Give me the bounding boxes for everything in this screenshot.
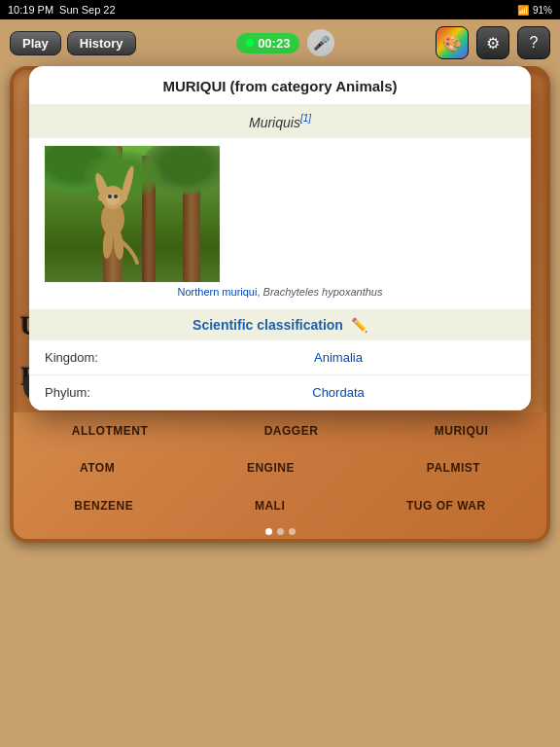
gear-icon: ⚙ — [486, 34, 500, 53]
timer-badge: 00:23 — [236, 33, 299, 53]
timer-value: 00:23 — [258, 36, 290, 51]
settings-button[interactable]: ⚙ — [476, 26, 509, 59]
classification-row-phylum: Phylum: Chordata — [29, 375, 531, 410]
page-dots — [14, 524, 546, 539]
kingdom-value[interactable]: Animalia — [161, 350, 515, 365]
colors-button[interactable]: 🎨 — [436, 26, 469, 59]
word-item[interactable]: MURIQUI — [427, 422, 497, 440]
classification-row-kingdom: Kingdom: Animalia — [29, 340, 531, 375]
history-button[interactable]: History — [67, 31, 136, 55]
svg-point-4 — [106, 194, 120, 205]
battery-display: 91% — [533, 5, 552, 16]
wiki-heading: Muriquis — [249, 115, 300, 130]
time-display: 10:19 PM — [8, 4, 53, 16]
caption-link[interactable]: Northern muriqui — [178, 286, 258, 298]
mic-icon[interactable]: 🎤 — [307, 29, 334, 56]
phylum-label: Phylum: — [45, 385, 161, 400]
question-icon: ? — [530, 34, 539, 52]
play-button[interactable]: Play — [10, 31, 61, 55]
word-row-2: ATOM ENGINE PALMIST — [14, 449, 546, 486]
word-row-1: ALLOTMENT DAGGER MURIQUI — [14, 412, 546, 449]
svg-point-6 — [114, 195, 118, 198]
nav-bar: Play History 00:23 🎤 🎨 ⚙ ? — [0, 19, 560, 66]
classification-title: Scientific classification — [192, 317, 343, 333]
word-item[interactable]: MALI — [247, 497, 293, 515]
caption-scientific: Brachyteles hypoxanthus — [263, 286, 383, 298]
dot-3[interactable] — [289, 528, 296, 535]
timer-dot — [246, 39, 254, 47]
word-item[interactable]: TUG OF WAR — [399, 497, 494, 515]
word-item[interactable]: BENZENE — [66, 497, 141, 515]
word-list-area: ALLOTMENT DAGGER MURIQUI ATOM ENGINE PAL… — [14, 412, 546, 539]
date-display: Sun Sep 22 — [59, 4, 116, 16]
svg-point-8 — [120, 194, 127, 201]
svg-point-5 — [108, 195, 112, 198]
monkey-image — [45, 146, 220, 282]
wiki-ref: [1] — [300, 113, 311, 124]
word-row-3: BENZENE MALI TUG OF WAR — [14, 487, 546, 524]
wiki-image-container: Northern muriqui, Brachyteles hypoxanthu… — [29, 138, 531, 309]
word-item[interactable]: ENGINE — [239, 459, 302, 477]
word-item[interactable]: ATOM — [72, 459, 122, 477]
popup-modal: MURIQUI (from category Animals) Muriquis… — [29, 66, 531, 410]
kingdom-label: Kingdom: — [45, 350, 161, 365]
word-item[interactable]: PALMIST — [419, 459, 488, 477]
help-button[interactable]: ? — [517, 26, 550, 59]
edit-icon[interactable]: ✏️ — [351, 317, 368, 333]
classification-header: Scientific classification ✏️ — [29, 309, 531, 340]
popup-content[interactable]: Muriquis[1] — [29, 105, 531, 410]
colors-icon: 🎨 — [442, 34, 462, 53]
phylum-value[interactable]: Chordata — [161, 385, 515, 400]
status-bar: 10:19 PM Sun Sep 22 📶 91% — [0, 0, 560, 19]
wiki-header: Muriquis[1] — [29, 105, 531, 138]
image-caption: Northern muriqui, Brachyteles hypoxanthu… — [45, 286, 515, 298]
dot-1[interactable] — [265, 528, 272, 535]
dot-2[interactable] — [277, 528, 284, 535]
word-item[interactable]: DAGGER — [257, 422, 327, 440]
svg-point-7 — [98, 194, 106, 201]
popup-title: MURIQUI (from category Animals) — [29, 66, 531, 105]
word-item[interactable]: ALLOTMENT — [64, 422, 157, 440]
wifi-icon: 📶 — [517, 5, 529, 16]
monkey-svg — [84, 160, 142, 267]
